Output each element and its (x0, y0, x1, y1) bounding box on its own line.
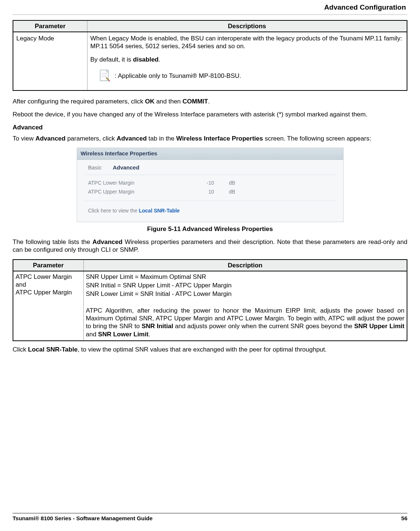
atpc-lower-unit: dB (229, 180, 240, 187)
panel-separator-2 (85, 201, 336, 201)
panel-footer: Click here to view the Local SNR-Table (77, 204, 343, 222)
table1-header-descriptions: Descriptions (87, 20, 407, 32)
panel-tabs: Basic Advanced (77, 160, 343, 174)
tab-advanced[interactable]: Advanced (113, 164, 139, 171)
header-divider (13, 14, 407, 15)
atpc-margin-table: Parameter Description ATPC Lower Margin … (13, 259, 407, 341)
atpc-upper-value: 10 (192, 189, 214, 195)
atpc-upper-label: ATPC Upper Margin (88, 189, 177, 195)
table1-param-cell: Legacy Mode (13, 32, 87, 90)
default-value: disabled (133, 56, 159, 63)
footer-left: Tsunami® 8100 Series - Software Manageme… (13, 515, 153, 522)
advanced-table-intro: The following table lists the Advanced W… (13, 238, 407, 254)
d4-p3: and (86, 331, 98, 338)
para1-prefix: After configuring the required parameter… (13, 98, 145, 105)
para5-b1: Local SNR-Table (28, 346, 78, 353)
table-row: ATPC Lower Margin and ATPC Upper Margin … (13, 271, 407, 341)
page-header-title: Advanced Configuration (13, 3, 407, 12)
note-icon (98, 69, 112, 83)
legacy-mode-table: Parameter Descriptions Legacy Mode When … (13, 20, 407, 91)
table2-param-cell: ATPC Lower Margin and ATPC Upper Margin (13, 271, 83, 341)
atpc-lower-value: -10 (192, 180, 214, 187)
default-prefix: By default, it is (90, 56, 133, 63)
legacy-mode-note: : Applicable only to Tsunami® MP-8100-BS… (98, 69, 404, 83)
d4-b2: SNR Upper Limit (354, 323, 404, 330)
atpc-and-label: and (16, 281, 81, 288)
snr-lower-limit-eq: SNR Lower Limit = SNR Initial - ATPC Low… (86, 290, 405, 298)
atpc-algorithm-desc: ATPC Algorithm, after reducing the power… (86, 307, 405, 338)
para1-mid: and then (155, 98, 183, 105)
d4-p4: . (149, 331, 151, 338)
footer-page-number: 56 (401, 515, 407, 522)
panel-row-atpc-upper: ATPC Upper Margin 10 dB (88, 188, 332, 197)
legacy-mode-default: By default, it is disabled. (90, 56, 404, 63)
atpc-upper-margin-label: ATPC Upper Margin (16, 288, 81, 296)
table2-header-description: Description (83, 260, 407, 271)
atpc-lower-label: ATPC Lower Margin (88, 180, 177, 187)
para5-p2: , to view the optimal SNR values that ar… (77, 346, 327, 353)
table-row: Legacy Mode When Legacy Mode is enabled,… (13, 32, 407, 90)
para3-p2: parameters, click (66, 135, 117, 142)
legacy-mode-intro: When Legacy Mode is enabled, the BSU can… (90, 34, 404, 50)
configure-click-ok-commit: After configuring the required parameter… (13, 98, 407, 105)
legacy-mode-note-text: : Applicable only to Tsunami® MP-8100-BS… (115, 72, 241, 80)
snr-initial-eq: SNR Initial = SNR Upper Limit - ATPC Upp… (86, 281, 405, 289)
d4-b1: SNR Initial (142, 323, 173, 330)
panel-title: Wireless Interface Properties (77, 148, 343, 160)
para1-commit: COMMIT (182, 98, 208, 105)
local-snr-table-paragraph: Click Local SNR-Table, to view the optim… (13, 346, 407, 353)
section-advanced-title: Advanced (13, 123, 407, 131)
panel-foot-prefix: Click here to view the (88, 208, 139, 214)
para5-p1: Click (13, 346, 28, 353)
local-snr-table-link[interactable]: Local SNR-Table (139, 208, 179, 214)
wireless-interface-properties-panel: Wireless Interface Properties Basic Adva… (77, 148, 344, 222)
panel-row-atpc-lower: ATPC Lower Margin -10 dB (88, 179, 332, 188)
tab-basic[interactable]: Basic (88, 164, 102, 171)
table1-desc-cell: When Legacy Mode is enabled, the BSU can… (87, 32, 407, 90)
table2-header-parameter: Parameter (13, 260, 83, 271)
para3-b3: Wireless Interface Properties (176, 135, 263, 142)
table2-desc-cell: SNR Upper Limit = Maximum Optimal SNR SN… (83, 271, 407, 341)
d4-p2: and adjusts power only when the current … (173, 323, 354, 330)
reboot-note: Reboot the device, if you have changed a… (13, 111, 407, 118)
advanced-intro-paragraph: To view Advanced parameters, click Advan… (13, 135, 407, 142)
para1-ok: OK (145, 98, 155, 105)
para3-b1: Advanced (35, 135, 65, 142)
panel-rows: ATPC Lower Margin -10 dB ATPC Upper Marg… (77, 178, 343, 199)
default-suffix: . (159, 56, 161, 63)
para3-p1: To view (13, 135, 35, 142)
para3-b2: Advanced (117, 135, 147, 142)
snr-upper-limit-eq: SNR Upper Limit = Maximum Optimal SNR (86, 273, 405, 281)
table1-header-parameter: Parameter (13, 20, 87, 32)
para3-p4: screen. The following screen appears: (263, 135, 371, 142)
atpc-lower-margin-label: ATPC Lower Margin (16, 273, 81, 281)
atpc-upper-unit: dB (229, 189, 240, 195)
para4-p1: The following table lists the (13, 238, 92, 245)
figure-caption: Figure 5-11 Advanced Wireless Properties (13, 225, 407, 233)
page-footer: Tsunami® 8100 Series - Software Manageme… (13, 513, 407, 522)
panel-separator (85, 175, 336, 175)
para1-suffix: . (208, 98, 210, 105)
para4-b1: Advanced (92, 238, 122, 245)
para3-p3: tab in the (147, 135, 176, 142)
d4-b3: SNR Lower Limit (98, 331, 149, 338)
